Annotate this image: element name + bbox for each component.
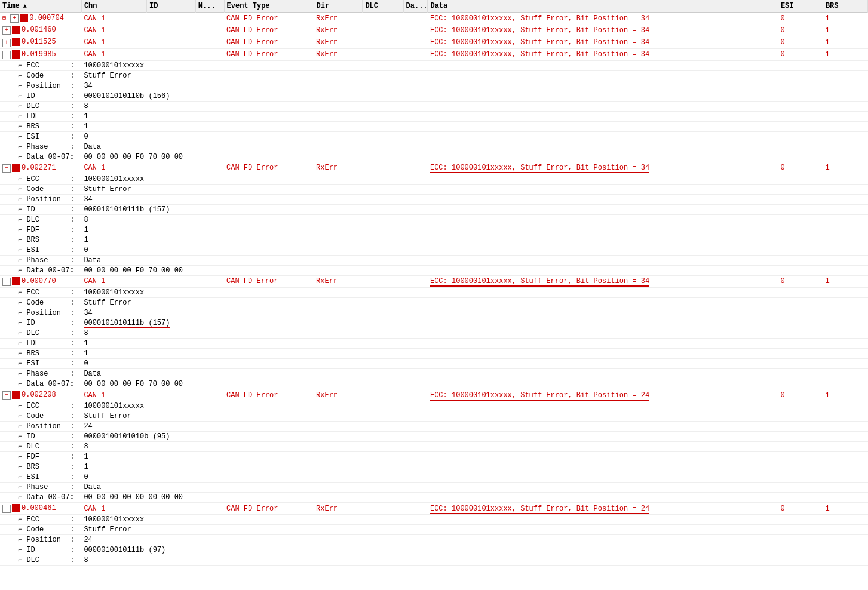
child-label: ⌐ Phase bbox=[18, 143, 66, 151]
child-row: ⌐ BRS : 1 bbox=[0, 349, 868, 359]
child-value: 0000010010111b (97) bbox=[84, 546, 165, 554]
child-value: 00 00 00 00 F0 70 00 00 bbox=[84, 266, 183, 275]
table-row[interactable]: −0.002271 CAN 1 CAN FD Error RxErr ECC: … bbox=[0, 162, 868, 174]
child-label: ⌐ FDF bbox=[18, 112, 66, 121]
child-label: ⌐ BRS bbox=[18, 122, 66, 131]
child-label: ⌐ Code bbox=[18, 72, 66, 80]
table-row[interactable]: −0.000461 CAN 1 CAN FD Error RxErr ECC: … bbox=[0, 503, 868, 515]
expand-icon[interactable]: − bbox=[2, 505, 11, 513]
row-icon bbox=[12, 277, 20, 285]
expand-icon[interactable]: + bbox=[2, 26, 11, 35]
col-da[interactable]: Da... bbox=[403, 0, 428, 13]
brs-value: 1 bbox=[823, 503, 867, 515]
child-value: 8 bbox=[84, 102, 88, 110]
col-data[interactable]: Data bbox=[428, 0, 778, 13]
event-value: CAN FD Error bbox=[224, 36, 314, 48]
brs-value: 1 bbox=[823, 13, 867, 24]
expand-icon[interactable]: − bbox=[2, 278, 11, 286]
table-row[interactable]: +0.001460 CAN 1 CAN FD Error RxErr ECC: … bbox=[0, 24, 868, 36]
child-label: ⌐ ECC bbox=[18, 515, 66, 524]
child-value: 100000101xxxxx bbox=[84, 62, 144, 70]
child-value: Stuff Error bbox=[84, 526, 131, 534]
col-time[interactable]: Time bbox=[0, 0, 81, 13]
child-value: 0000101010110b (156) bbox=[84, 92, 170, 100]
table-row[interactable]: −0.019985 CAN 1 CAN FD Error RxErr ECC: … bbox=[0, 48, 868, 60]
child-row: ⌐ Position : 24 bbox=[0, 535, 868, 545]
brs-value: 1 bbox=[823, 36, 867, 48]
data-value: ECC: 100000101xxxxx, Stuff Error, Bit Po… bbox=[428, 389, 778, 401]
child-value: 8 bbox=[84, 442, 88, 451]
time-value: 0.000704 bbox=[29, 14, 64, 22]
child-label: ⌐ DLC bbox=[18, 216, 66, 224]
expand-icon[interactable]: − bbox=[2, 51, 11, 59]
expand-icon[interactable]: + bbox=[10, 14, 19, 23]
child-label: ⌐ DLC bbox=[18, 102, 66, 110]
data-table: Time Chn ID N... Event Type Dir DLC Da..… bbox=[0, 0, 868, 566]
chn-value: CAN 1 bbox=[81, 275, 146, 287]
child-row: ⌐ Data 00-07: : 00 00 00 00 F0 70 00 00 bbox=[0, 152, 868, 162]
col-dlc[interactable]: DLC bbox=[363, 0, 403, 13]
child-row: ⌐ FDF : 1 bbox=[0, 452, 868, 462]
child-label: ⌐ Position bbox=[18, 536, 66, 544]
table-row[interactable]: +0.011525 CAN 1 CAN FD Error RxErr ECC: … bbox=[0, 36, 868, 48]
child-row: ⌐ FDF : 1 bbox=[0, 111, 868, 121]
child-label: ⌐ Data 00-07: bbox=[18, 153, 66, 161]
child-row: ⌐ Code : Stuff Error bbox=[0, 184, 868, 194]
child-value: 0 bbox=[84, 359, 88, 368]
child-row: ⌐ Position : 24 bbox=[0, 422, 868, 432]
table-row[interactable]: −0.000770 CAN 1 CAN FD Error RxErr ECC: … bbox=[0, 275, 868, 287]
child-label: ⌐ DLC bbox=[18, 329, 66, 337]
expand-icon[interactable]: + bbox=[2, 39, 11, 47]
brs-value: 1 bbox=[823, 162, 867, 174]
table-row[interactable]: −0.002208 CAN 1 CAN FD Error RxErr ECC: … bbox=[0, 389, 868, 401]
esi-value: 0 bbox=[778, 389, 823, 401]
child-label: ⌐ FDF bbox=[18, 226, 66, 234]
col-chn[interactable]: Chn bbox=[81, 0, 146, 13]
table-header: Time Chn ID N... Event Type Dir DLC Da..… bbox=[0, 0, 868, 13]
dir-value: RxErr bbox=[314, 36, 363, 48]
data-value: ECC: 100000101xxxxx, Stuff Error, Bit Po… bbox=[428, 13, 778, 24]
data-value: ECC: 100000101xxxxx, Stuff Error, Bit Po… bbox=[428, 503, 778, 515]
child-label: ⌐ ID bbox=[18, 546, 66, 554]
table-row[interactable]: ⊞ +0.000704 CAN 1 CAN FD Error RxErr ECC… bbox=[0, 13, 868, 24]
main-container: Time Chn ID N... Event Type Dir DLC Da..… bbox=[0, 0, 868, 590]
child-label: ⌐ Position bbox=[18, 82, 66, 90]
col-dir[interactable]: Dir bbox=[314, 0, 363, 13]
col-esi[interactable]: ESI bbox=[778, 0, 823, 13]
child-value: 24 bbox=[84, 536, 92, 544]
child-row: ⌐ ESI : 0 bbox=[0, 472, 868, 483]
esi-value: 0 bbox=[778, 24, 823, 36]
child-row: ⌐ DLC : 8 bbox=[0, 328, 868, 339]
child-row: ⌐ Code : Stuff Error bbox=[0, 70, 868, 81]
col-brs[interactable]: BRS bbox=[823, 0, 867, 13]
child-value: 34 bbox=[84, 309, 92, 317]
event-value: CAN FD Error bbox=[224, 162, 314, 174]
expand-icon[interactable]: − bbox=[2, 164, 11, 173]
child-value: 0 bbox=[84, 473, 88, 481]
child-row: ⌐ ESI : 0 bbox=[0, 131, 868, 142]
child-value: 1 bbox=[84, 453, 88, 461]
child-label: ⌐ DLC bbox=[18, 442, 66, 451]
time-value: 0.001460 bbox=[22, 26, 56, 34]
child-value: 24 bbox=[84, 422, 92, 431]
time-value: 0.002208 bbox=[22, 391, 56, 399]
brs-value: 1 bbox=[823, 389, 867, 401]
child-row: ⌐ DLC : 8 bbox=[0, 101, 868, 111]
child-label: ⌐ ESI bbox=[18, 246, 66, 254]
col-event[interactable]: Event Type bbox=[224, 0, 314, 13]
dir-value: RxErr bbox=[314, 48, 363, 60]
child-label: ⌐ Data 00-07: bbox=[18, 266, 66, 275]
esi-value: 0 bbox=[778, 275, 823, 287]
col-n[interactable]: N... bbox=[195, 0, 224, 13]
child-row: ⌐ DLC : 8 bbox=[0, 442, 868, 452]
child-row: ⌐ ECC : 100000101xxxxx bbox=[0, 60, 868, 70]
child-value: 00 00 00 00 F0 70 00 00 bbox=[84, 153, 183, 161]
dir-value: RxErr bbox=[314, 389, 363, 401]
child-value: 8 bbox=[84, 556, 88, 564]
col-id[interactable]: ID bbox=[146, 0, 195, 13]
chn-value: CAN 1 bbox=[81, 24, 146, 36]
row-icon bbox=[12, 26, 20, 34]
expand-icon[interactable]: − bbox=[2, 391, 11, 400]
child-row: ⌐ Phase : Data bbox=[0, 369, 868, 379]
child-value: 00000100101010b (95) bbox=[84, 432, 170, 441]
